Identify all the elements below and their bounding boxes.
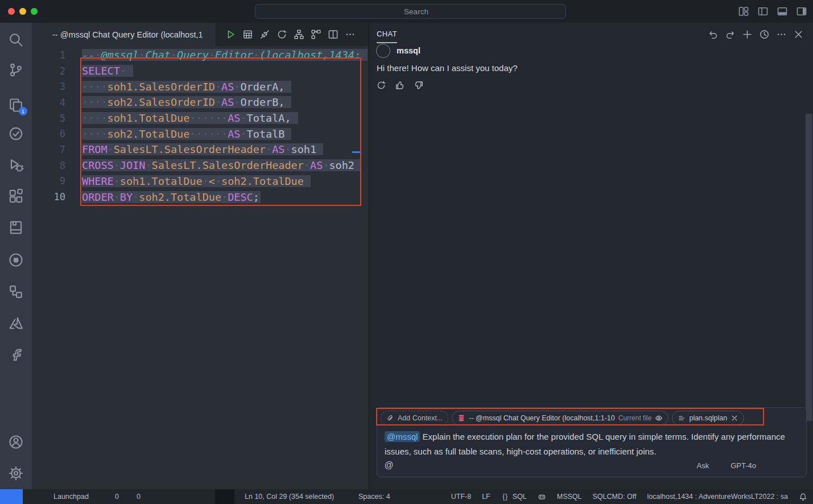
activity-item-run-debug[interactable] <box>8 157 24 173</box>
activity-item-github[interactable] <box>8 252 24 268</box>
error-icon <box>104 493 113 501</box>
chevron-down-icon <box>790 461 799 470</box>
more-icon[interactable] <box>345 29 356 40</box>
line-number: 6 <box>32 128 82 139</box>
line-number: 9 <box>32 175 82 187</box>
search-icon <box>393 7 401 15</box>
activity-badge: 1 <box>19 107 27 115</box>
send-button[interactable] <box>778 460 799 470</box>
thumbs-down-icon[interactable] <box>414 80 424 90</box>
send-icon <box>778 460 788 470</box>
toggle-sidebar-icon[interactable] <box>757 6 769 17</box>
status-item-copilot[interactable] <box>538 493 546 501</box>
tab-chat[interactable]: CHAT <box>377 30 397 39</box>
source-control-icon <box>8 62 24 78</box>
model-picker[interactable]: GPT-4o <box>731 461 767 470</box>
chat-scrollbar[interactable] <box>806 114 812 421</box>
activity-item-query-history[interactable] <box>8 126 24 142</box>
mic-icon[interactable] <box>402 461 411 470</box>
zoom-window-button[interactable] <box>31 8 38 15</box>
activity-item-source-control[interactable] <box>8 62 24 78</box>
zoom-in-icon <box>220 492 229 501</box>
line-number: 8 <box>32 160 82 171</box>
copilot-icon <box>572 5 583 16</box>
mode-label: Ask <box>697 461 709 470</box>
toggle-secondary-sidebar-icon[interactable] <box>796 6 807 17</box>
chat-panel: CHAT mssql Hi there! How can I assist yo… <box>369 23 813 489</box>
toggle-panel-icon[interactable] <box>777 6 788 17</box>
undo-icon[interactable] <box>708 29 719 40</box>
run-query-icon[interactable] <box>225 29 236 40</box>
back-icon[interactable] <box>220 6 231 17</box>
run-debug-icon <box>8 157 24 173</box>
search-placeholder: Search <box>404 7 428 16</box>
minimize-window-button[interactable] <box>19 8 26 15</box>
redo-icon[interactable] <box>725 29 736 40</box>
remote-indicator[interactable] <box>0 489 23 504</box>
azure-icon <box>8 315 24 331</box>
activity-item-fabric[interactable] <box>8 346 24 362</box>
status-bar: Launchpad 0 0 Ln 10, Col 29 (354 selecte… <box>0 489 813 504</box>
activity-item-notebooks[interactable] <box>8 220 24 236</box>
status-item-lf[interactable]: LF <box>482 493 490 501</box>
estimated-plan-icon[interactable] <box>294 29 304 40</box>
status-problems[interactable]: 0 0 <box>104 489 141 504</box>
error-count: 0 <box>115 493 119 501</box>
status-item-bell[interactable] <box>799 493 807 501</box>
copilot-menu[interactable] <box>572 5 591 16</box>
actual-plan-icon[interactable] <box>311 29 321 40</box>
split-editor-icon[interactable] <box>328 29 339 40</box>
activity-item-copy-pages[interactable]: 1 <box>8 97 24 113</box>
close-icon[interactable] <box>793 29 804 40</box>
mention-icon[interactable]: @ <box>384 461 394 470</box>
line-number: 7 <box>32 144 82 155</box>
line-number: 5 <box>32 113 82 124</box>
bell-icon <box>799 493 807 501</box>
code-editor[interactable]: 1--·@mssql·Chat·Query·Editor·(localhost,… <box>32 46 369 489</box>
status-item-utf-8[interactable]: UTF-8 <box>451 493 471 501</box>
status-zoom-indicator[interactable] <box>215 489 234 504</box>
new-chat-icon[interactable] <box>742 29 753 40</box>
line-number: 10 <box>32 191 82 203</box>
mention-chip[interactable]: @mssql <box>385 431 420 442</box>
editor-group: -- @mssql Chat Query Editor (localhost,1… <box>32 23 369 489</box>
activity-item-account[interactable] <box>8 434 24 450</box>
status-item-mssql[interactable]: MSSQL <box>557 493 582 501</box>
forward-icon[interactable] <box>235 6 246 17</box>
activity-item-search[interactable] <box>8 32 24 48</box>
thumbs-up-icon[interactable] <box>395 80 405 90</box>
retry-icon[interactable] <box>376 80 386 90</box>
extensions-icon <box>8 188 24 204</box>
status-item-sqlcmd-off[interactable]: SQLCMD: Off <box>593 493 637 501</box>
results-grid-icon[interactable] <box>242 29 253 40</box>
plug-icon <box>42 493 51 501</box>
mode-picker[interactable]: Ask <box>697 461 721 470</box>
command-center-search[interactable]: Search <box>255 4 566 19</box>
copilot-sparkle-icon[interactable] <box>34 47 47 60</box>
status-cursor-position[interactable]: Ln 10, Col 29 (354 selected) <box>245 489 334 504</box>
editor-tab-title: -- @mssql Chat Query Editor (localhost,1 <box>52 30 203 39</box>
status-indentation[interactable]: Spaces: 4 <box>358 489 390 504</box>
more-icon[interactable] <box>776 29 787 40</box>
status-item-label: SQLCMD: Off <box>593 493 637 501</box>
close-window-button[interactable] <box>8 8 15 15</box>
change-connection-icon[interactable] <box>276 29 287 40</box>
activity-item-azure[interactable] <box>8 315 24 331</box>
status-item-localhost-1434-adventure[interactable]: localhost,1434 : AdventureWorksLT2022 : … <box>647 493 788 501</box>
editor-tab[interactable]: -- @mssql Chat Query Editor (localhost,1 <box>32 23 216 46</box>
status-launchpad[interactable]: Launchpad <box>31 489 89 504</box>
activity-item-connections[interactable] <box>8 284 24 300</box>
database-icon <box>39 30 48 39</box>
activity-item-settings[interactable] <box>8 465 24 481</box>
chat-agent-avatar <box>376 44 390 58</box>
status-item-label: localhost,1434 : AdventureWorksLT2022 : … <box>647 493 788 501</box>
disconnect-icon[interactable] <box>259 29 270 40</box>
activity-item-extensions[interactable] <box>8 188 24 204</box>
fabric-icon <box>8 346 24 362</box>
history-icon[interactable] <box>759 29 770 40</box>
search-icon <box>8 32 24 48</box>
chat-prompt-input[interactable]: @mssql Explain the execution plan for th… <box>385 429 798 459</box>
status-item-label: SQL <box>513 493 527 501</box>
customize-layout-icon[interactable] <box>738 6 749 17</box>
status-item-sql[interactable]: {}SQL <box>501 493 527 501</box>
